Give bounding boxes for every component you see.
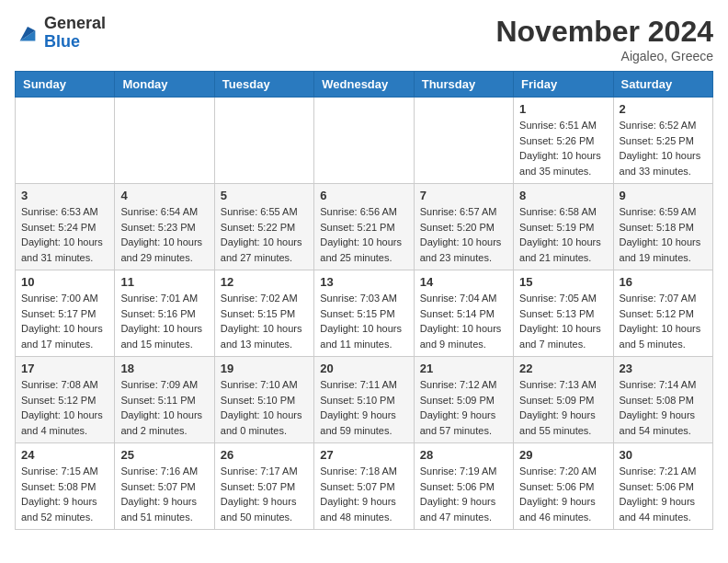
weekday-header-friday: Friday [514, 72, 613, 98]
day-info: Sunrise: 7:07 AM Sunset: 5:12 PM Dayligh… [620, 291, 707, 351]
day-number: 15 [519, 275, 607, 289]
calendar-cell: 18Sunrise: 7:09 AM Sunset: 5:11 PM Dayli… [115, 357, 214, 443]
calendar-cell: 26Sunrise: 7:17 AM Sunset: 5:07 PM Dayli… [214, 443, 313, 530]
calendar-cell: 27Sunrise: 7:18 AM Sunset: 5:07 PM Dayli… [314, 443, 414, 530]
calendar-cell [115, 98, 214, 184]
day-number: 29 [519, 448, 607, 462]
day-info: Sunrise: 6:55 AM Sunset: 5:22 PM Dayligh… [221, 204, 308, 265]
day-number: 19 [221, 362, 308, 375]
calendar-cell: 12Sunrise: 7:02 AM Sunset: 5:15 PM Dayli… [214, 270, 313, 357]
day-info: Sunrise: 6:56 AM Sunset: 5:21 PM Dayligh… [320, 204, 407, 265]
calendar-cell [314, 98, 414, 184]
day-info: Sunrise: 7:17 AM Sunset: 5:07 PM Dayligh… [221, 464, 308, 524]
day-info: Sunrise: 7:09 AM Sunset: 5:11 PM Dayligh… [120, 377, 208, 438]
day-info: Sunrise: 7:15 AM Sunset: 5:08 PM Dayligh… [21, 464, 108, 524]
week-row-4: 17Sunrise: 7:08 AM Sunset: 5:12 PM Dayli… [16, 357, 713, 443]
day-info: Sunrise: 7:20 AM Sunset: 5:06 PM Dayligh… [519, 464, 607, 524]
day-info: Sunrise: 6:51 AM Sunset: 5:26 PM Dayligh… [519, 118, 607, 178]
day-info: Sunrise: 7:13 AM Sunset: 5:09 PM Dayligh… [519, 377, 607, 438]
day-number: 1 [519, 102, 607, 116]
calendar-cell: 10Sunrise: 7:00 AM Sunset: 5:17 PM Dayli… [16, 270, 115, 357]
week-row-3: 10Sunrise: 7:00 AM Sunset: 5:17 PM Dayli… [16, 270, 713, 357]
logo-text: General Blue [44, 15, 106, 52]
calendar-cell: 15Sunrise: 7:05 AM Sunset: 5:13 PM Dayli… [514, 270, 613, 357]
day-number: 10 [21, 275, 108, 289]
day-number: 6 [320, 189, 407, 202]
week-row-1: 1Sunrise: 6:51 AM Sunset: 5:26 PM Daylig… [16, 98, 713, 184]
calendar-cell: 4Sunrise: 6:54 AM Sunset: 5:23 PM Daylig… [115, 184, 214, 270]
weekday-header-tuesday: Tuesday [214, 72, 313, 98]
calendar-cell: 11Sunrise: 7:01 AM Sunset: 5:16 PM Dayli… [115, 270, 214, 357]
calendar-cell: 24Sunrise: 7:15 AM Sunset: 5:08 PM Dayli… [16, 443, 115, 530]
calendar-cell: 25Sunrise: 7:16 AM Sunset: 5:07 PM Dayli… [115, 443, 214, 530]
calendar-cell: 20Sunrise: 7:11 AM Sunset: 5:10 PM Dayli… [314, 357, 414, 443]
day-number: 22 [519, 362, 607, 375]
day-number: 28 [420, 448, 507, 462]
calendar-cell: 28Sunrise: 7:19 AM Sunset: 5:06 PM Dayli… [414, 443, 513, 530]
calendar-cell: 6Sunrise: 6:56 AM Sunset: 5:21 PM Daylig… [314, 184, 414, 270]
page-header: General Blue November 2024 Aigaleo, Gree… [15, 15, 713, 63]
calendar-cell: 13Sunrise: 7:03 AM Sunset: 5:15 PM Dayli… [314, 270, 414, 357]
logo-icon [15, 20, 40, 46]
day-info: Sunrise: 7:12 AM Sunset: 5:09 PM Dayligh… [420, 377, 507, 438]
weekday-header-thursday: Thursday [414, 72, 513, 98]
weekday-header-wednesday: Wednesday [314, 72, 414, 98]
calendar-cell: 2Sunrise: 6:52 AM Sunset: 5:25 PM Daylig… [613, 98, 712, 184]
day-number: 26 [221, 448, 308, 462]
day-number: 20 [320, 362, 407, 375]
calendar-cell: 19Sunrise: 7:10 AM Sunset: 5:10 PM Dayli… [214, 357, 313, 443]
day-info: Sunrise: 7:05 AM Sunset: 5:13 PM Dayligh… [519, 291, 607, 351]
day-number: 7 [420, 189, 507, 202]
day-number: 13 [320, 275, 407, 289]
day-number: 11 [120, 275, 208, 289]
weekday-header-sunday: Sunday [16, 72, 115, 98]
logo-blue: Blue [44, 32, 80, 51]
day-info: Sunrise: 6:57 AM Sunset: 5:20 PM Dayligh… [420, 204, 507, 265]
day-info: Sunrise: 7:18 AM Sunset: 5:07 PM Dayligh… [320, 464, 407, 524]
day-info: Sunrise: 7:11 AM Sunset: 5:10 PM Dayligh… [320, 377, 407, 438]
day-number: 9 [620, 189, 707, 202]
calendar-cell [414, 98, 513, 184]
day-number: 12 [221, 275, 308, 289]
calendar-cell: 8Sunrise: 6:58 AM Sunset: 5:19 PM Daylig… [514, 184, 613, 270]
day-info: Sunrise: 6:53 AM Sunset: 5:24 PM Dayligh… [21, 204, 108, 265]
logo-general: General [44, 14, 106, 32]
week-row-5: 24Sunrise: 7:15 AM Sunset: 5:08 PM Dayli… [16, 443, 713, 530]
weekday-header-saturday: Saturday [613, 72, 712, 98]
logo: General Blue [15, 15, 106, 52]
calendar-cell: 17Sunrise: 7:08 AM Sunset: 5:12 PM Dayli… [16, 357, 115, 443]
day-info: Sunrise: 7:04 AM Sunset: 5:14 PM Dayligh… [420, 291, 507, 351]
day-number: 2 [620, 102, 707, 116]
day-number: 14 [420, 275, 507, 289]
calendar-cell: 30Sunrise: 7:21 AM Sunset: 5:06 PM Dayli… [613, 443, 712, 530]
day-number: 27 [320, 448, 407, 462]
calendar-cell: 1Sunrise: 6:51 AM Sunset: 5:26 PM Daylig… [514, 98, 613, 184]
calendar-cell: 9Sunrise: 6:59 AM Sunset: 5:18 PM Daylig… [613, 184, 712, 270]
day-info: Sunrise: 7:01 AM Sunset: 5:16 PM Dayligh… [120, 291, 208, 351]
day-info: Sunrise: 7:02 AM Sunset: 5:15 PM Dayligh… [221, 291, 308, 351]
day-info: Sunrise: 6:54 AM Sunset: 5:23 PM Dayligh… [120, 204, 208, 265]
day-number: 18 [120, 362, 208, 375]
day-number: 4 [120, 189, 208, 202]
calendar-cell: 23Sunrise: 7:14 AM Sunset: 5:08 PM Dayli… [613, 357, 712, 443]
day-number: 24 [21, 448, 108, 462]
calendar-cell: 14Sunrise: 7:04 AM Sunset: 5:14 PM Dayli… [414, 270, 513, 357]
day-number: 25 [120, 448, 208, 462]
calendar-cell: 21Sunrise: 7:12 AM Sunset: 5:09 PM Dayli… [414, 357, 513, 443]
day-info: Sunrise: 7:19 AM Sunset: 5:06 PM Dayligh… [420, 464, 507, 524]
day-info: Sunrise: 6:59 AM Sunset: 5:18 PM Dayligh… [620, 204, 707, 265]
day-number: 21 [420, 362, 507, 375]
week-row-2: 3Sunrise: 6:53 AM Sunset: 5:24 PM Daylig… [16, 184, 713, 270]
weekday-header-row: SundayMondayTuesdayWednesdayThursdayFrid… [16, 72, 713, 98]
day-number: 23 [620, 362, 707, 375]
day-info: Sunrise: 7:03 AM Sunset: 5:15 PM Dayligh… [320, 291, 407, 351]
calendar-cell: 22Sunrise: 7:13 AM Sunset: 5:09 PM Dayli… [514, 357, 613, 443]
day-number: 17 [21, 362, 108, 375]
calendar-cell: 16Sunrise: 7:07 AM Sunset: 5:12 PM Dayli… [613, 270, 712, 357]
location: Aigaleo, Greece [495, 49, 713, 63]
calendar-table: SundayMondayTuesdayWednesdayThursdayFrid… [15, 71, 713, 530]
calendar-cell: 5Sunrise: 6:55 AM Sunset: 5:22 PM Daylig… [214, 184, 313, 270]
day-info: Sunrise: 7:16 AM Sunset: 5:07 PM Dayligh… [120, 464, 208, 524]
day-number: 30 [620, 448, 707, 462]
weekday-header-monday: Monday [115, 72, 214, 98]
